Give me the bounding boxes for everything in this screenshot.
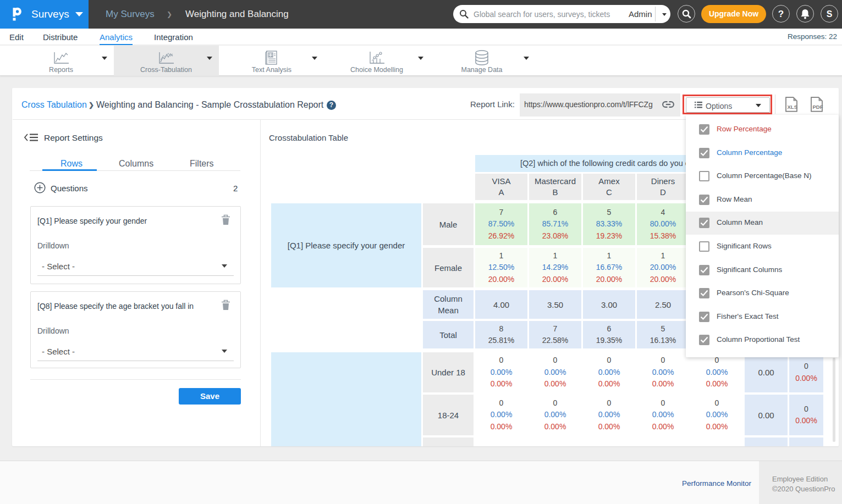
svg-text:XLS: XLS [788, 104, 797, 110]
svg-text:PDF: PDF [813, 104, 823, 110]
